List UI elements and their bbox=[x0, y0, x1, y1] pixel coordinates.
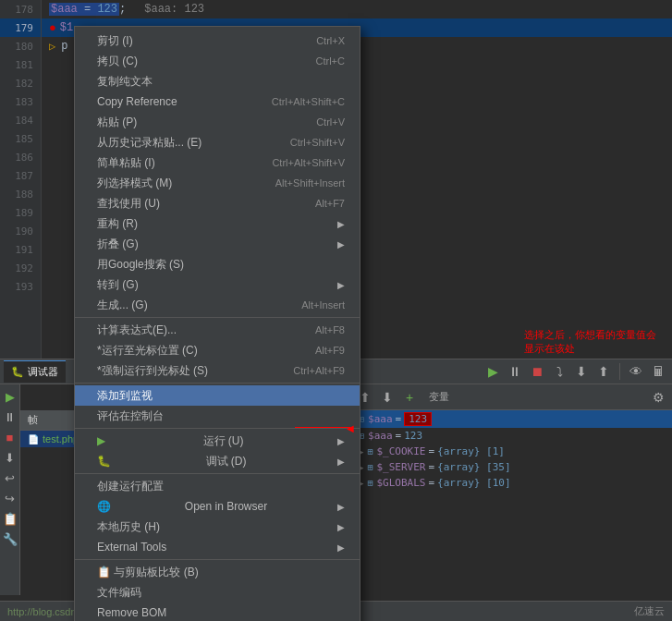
menu-item-simple-paste[interactable]: 简单粘贴 (I) Ctrl+Alt+Shift+V bbox=[75, 152, 360, 173]
sidebar-icon-3[interactable]: ■ bbox=[2, 429, 18, 445]
menu-item-goto[interactable]: 转到 (G) ▶ bbox=[75, 274, 360, 295]
sidebar-icon-5[interactable]: ↩ bbox=[2, 469, 18, 486]
left-sidebar-icons: ▶ ⏸ ■ ⬇ ↩ ↪ 📋 🔧 bbox=[0, 384, 20, 595]
debug-pause-btn[interactable]: ⏸ bbox=[505, 361, 525, 382]
debug-stop-btn[interactable]: ⏹ bbox=[527, 361, 547, 382]
refactor-arrow: ▶ bbox=[337, 219, 345, 229]
fold-label: 折叠 (G) bbox=[97, 237, 139, 252]
status-right: 亿速云 bbox=[634, 604, 665, 618]
force-run-cursor-shortcut: Ctrl+Alt+F9 bbox=[293, 365, 345, 376]
line-188: 188 bbox=[0, 185, 41, 203]
sidebar-icon-2[interactable]: ⏸ bbox=[2, 408, 18, 425]
menu-item-local-history[interactable]: 本地历史 (H) ▶ bbox=[75, 517, 360, 537]
menu-item-open-browser[interactable]: 🌐 Open in Browser ▶ bbox=[75, 496, 360, 517]
menu-item-eval-console[interactable]: 评估在控制台 bbox=[75, 406, 360, 426]
debug-step-over-btn[interactable]: ⤵ bbox=[549, 361, 569, 382]
menu-item-add-watch[interactable]: 添加到监视 bbox=[75, 385, 360, 406]
force-run-cursor-label: *强制运行到光标处 (S) bbox=[97, 363, 208, 379]
var-eq-2: = bbox=[396, 430, 402, 442]
callout-arrow-head: ◀ bbox=[347, 423, 354, 433]
var-item-globals[interactable]: ▶ ⊞ $GLOBALS = {array} [10] bbox=[351, 475, 672, 491]
sidebar-icon-8[interactable]: 🔧 bbox=[2, 530, 18, 547]
simple-paste-label: 简单粘贴 (I) bbox=[97, 155, 155, 171]
menu-item-file-encoding[interactable]: 文件编码 bbox=[75, 582, 360, 603]
separator-5 bbox=[75, 559, 360, 560]
browser-icon: 🌐 bbox=[97, 500, 111, 513]
debug-step-out-btn[interactable]: ⬆ bbox=[593, 361, 614, 382]
menu-item-refactor[interactable]: 重构 (R) ▶ bbox=[75, 213, 360, 234]
run-label: 运行 (U) bbox=[203, 433, 244, 449]
menu-item-debug[interactable]: 🐛 调试 (D) ▶ bbox=[75, 451, 360, 471]
find-usages-label: 查找使用 (U) bbox=[97, 196, 160, 212]
var-name-cookie: $_COOKIE bbox=[376, 445, 425, 457]
debug-tab-debugger[interactable]: 🐛 调试器 bbox=[4, 360, 66, 383]
debug-tab-icon-debugger: 🐛 bbox=[11, 366, 24, 378]
debug-step-into-btn[interactable]: ⬇ bbox=[571, 361, 592, 382]
menu-item-compare-clipboard[interactable]: 📋 与剪贴板比较 (B) bbox=[75, 562, 360, 582]
run-icon: ▶ bbox=[97, 434, 105, 447]
sidebar-icon-6[interactable]: ↪ bbox=[2, 490, 18, 506]
menu-item-paste[interactable]: 粘贴 (P) Ctrl+V bbox=[75, 112, 360, 132]
line-186: 186 bbox=[0, 148, 41, 166]
var-val-aaa-2: 123 bbox=[404, 430, 422, 442]
copy-ref-label: Copy Reference bbox=[97, 95, 177, 108]
menu-item-google[interactable]: 用Google搜索 (S) bbox=[75, 254, 360, 274]
callout-annotation: 选择之后，你想看的变量值会显示在该处 bbox=[524, 328, 663, 357]
vars-add-btn[interactable]: + bbox=[399, 387, 420, 408]
menu-item-cut[interactable]: 剪切 (I) Ctrl+X bbox=[75, 30, 360, 51]
menu-item-run-cursor[interactable]: *运行至光标位置 (C) Alt+F9 bbox=[75, 340, 360, 360]
menu-item-external-tools[interactable]: External Tools ▶ bbox=[75, 537, 360, 557]
status-brand: 亿速云 bbox=[634, 604, 665, 618]
php-file-icon: 📄 bbox=[28, 434, 39, 444]
sidebar-icon-4[interactable]: ⬇ bbox=[2, 449, 18, 466]
menu-item-run[interactable]: ▶ 运行 (U) ▶ bbox=[75, 431, 360, 451]
sidebar-icon-7[interactable]: 📋 bbox=[2, 510, 18, 527]
menu-item-fold[interactable]: 折叠 (G) ▶ bbox=[75, 234, 360, 254]
context-menu[interactable]: 剪切 (I) Ctrl+X 拷贝 (C) Ctrl+C 复制纯文本 Copy R… bbox=[74, 26, 360, 621]
local-history-arrow: ▶ bbox=[337, 522, 345, 532]
paste-history-label: 从历史记录粘贴... (E) bbox=[97, 135, 202, 151]
goto-label: 转到 (G) bbox=[97, 277, 139, 293]
debug-resume-btn[interactable]: ▶ bbox=[483, 361, 503, 382]
var-item-aaa-highlighted[interactable]: ⊞ $aaa = 123 bbox=[351, 410, 672, 428]
separator-2 bbox=[75, 383, 360, 384]
separator-1 bbox=[75, 317, 360, 318]
line-182: 182 bbox=[0, 74, 41, 92]
open-browser-arrow: ▶ bbox=[337, 502, 345, 512]
menu-item-generate[interactable]: 生成... (G) Alt+Insert bbox=[75, 295, 360, 315]
refactor-label: 重构 (R) bbox=[97, 216, 138, 232]
menu-item-find-usages[interactable]: 查找使用 (U) Alt+F7 bbox=[75, 193, 360, 213]
add-watch-label: 添加到监视 bbox=[97, 388, 153, 404]
menu-item-remove-bom[interactable]: Remove BOM bbox=[75, 603, 360, 621]
menu-item-force-run-cursor[interactable]: *强制运行到光标处 (S) Ctrl+Alt+F9 bbox=[75, 360, 360, 381]
cut-label: 剪切 (I) bbox=[97, 33, 133, 49]
sidebar-icon-1[interactable]: ▶ bbox=[2, 388, 18, 405]
var-val-cookie: {array} [1] bbox=[437, 445, 505, 457]
menu-item-copy-plain[interactable]: 复制纯文本 bbox=[75, 71, 360, 91]
menu-item-column-select[interactable]: 列选择模式 (M) Alt+Shift+Insert bbox=[75, 173, 360, 193]
vars-settings-btn[interactable]: ⚙ bbox=[648, 387, 668, 408]
vars-down-btn[interactable]: ⬇ bbox=[377, 387, 397, 408]
menu-item-paste-history[interactable]: 从历史记录粘贴... (E) Ctrl+Shift+V bbox=[75, 132, 360, 152]
menu-item-create-run[interactable]: 创建运行配置 bbox=[75, 476, 360, 496]
run-cursor-shortcut: Alt+F9 bbox=[315, 345, 345, 356]
generate-label: 生成... (G) bbox=[97, 298, 148, 313]
line-185: 185 bbox=[0, 129, 41, 148]
debug-evaluate-btn[interactable]: 🖩 bbox=[648, 361, 668, 382]
column-select-label: 列选择模式 (M) bbox=[97, 176, 172, 191]
code-line-178: $aaa = 123 ; $aaa: 123 bbox=[42, 0, 672, 18]
paste-label: 粘贴 (P) bbox=[97, 115, 137, 130]
var-item-cookie[interactable]: ▶ ⊞ $_COOKIE = {array} [1] bbox=[351, 444, 672, 459]
copy-label: 拷贝 (C) bbox=[97, 54, 138, 69]
eval-console-label: 评估在控制台 bbox=[97, 408, 164, 424]
var-val-aaa-1: 123 bbox=[404, 412, 432, 426]
var-val-globals: {array} [10] bbox=[437, 477, 510, 489]
menu-item-evaluate[interactable]: 计算表达式(E)... Alt+F8 bbox=[75, 320, 360, 340]
menu-item-copy[interactable]: 拷贝 (C) Ctrl+C bbox=[75, 51, 360, 71]
var-eq-1: = bbox=[396, 413, 402, 425]
var-item-aaa-normal[interactable]: ⊞ $aaa = 123 bbox=[351, 428, 672, 444]
separator-4 bbox=[75, 473, 360, 474]
var-item-server[interactable]: ▶ ⊞ $_SERVER = {array} [35] bbox=[351, 459, 672, 475]
menu-item-copy-ref[interactable]: Copy Reference Ctrl+Alt+Shift+C bbox=[75, 91, 360, 112]
debug-watch-btn[interactable]: 👁 bbox=[626, 361, 646, 382]
